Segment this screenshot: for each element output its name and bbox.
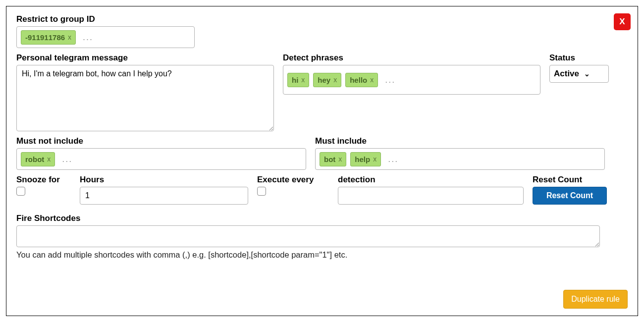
shortcodes-label: Fire Shortcodes [16, 214, 628, 223]
must-not-label: Must not include [16, 136, 306, 146]
tag-remove-icon[interactable]: x [373, 155, 376, 163]
detection-label: detection [338, 175, 524, 185]
must-include-input[interactable]: bot x help x ... [315, 148, 605, 170]
tag-remove-icon[interactable]: x [333, 76, 337, 84]
message-label: Personal telegram message [16, 53, 274, 63]
tag-remove-icon[interactable]: x [68, 33, 71, 41]
duplicate-rule-button[interactable]: Duplicate rule [563, 290, 628, 309]
detect-label: Detect phrases [283, 53, 540, 63]
must-include-tag[interactable]: help x [350, 152, 381, 166]
must-not-tag[interactable]: robot x [21, 152, 55, 166]
tag-remove-icon[interactable]: x [301, 76, 305, 84]
tag-text: robot [25, 155, 44, 163]
tag-text: hello [350, 76, 367, 84]
must-include-tag[interactable]: bot x [320, 152, 346, 166]
tag-input-placeholder: ... [80, 32, 93, 43]
must-not-input[interactable]: robot x ... [16, 148, 306, 170]
hours-input[interactable] [80, 187, 248, 205]
close-icon: X [619, 17, 625, 27]
reset-count-label: Reset Count [533, 175, 607, 185]
detection-input[interactable] [338, 187, 524, 205]
status-select[interactable]: Active ⌄ [549, 65, 609, 83]
shortcodes-textarea[interactable] [16, 225, 600, 247]
message-textarea[interactable] [16, 65, 274, 131]
rule-panel: X Restrict to group ID -911911786 x ... … [6, 6, 638, 316]
snooze-label: Snooze for [16, 175, 71, 185]
snooze-checkbox[interactable] [16, 187, 25, 196]
detect-tag[interactable]: hey x [313, 73, 341, 87]
tag-input-placeholder: ... [382, 75, 395, 85]
tag-remove-icon[interactable]: x [338, 155, 342, 163]
tag-input-placeholder: ... [59, 154, 72, 164]
reset-count-button[interactable]: Reset Count [533, 187, 607, 205]
chevron-down-icon: ⌄ [584, 70, 590, 78]
status-label: Status [549, 53, 609, 63]
tag-input-placeholder: ... [385, 154, 398, 164]
tag-text: hey [318, 76, 330, 84]
tag-text: bot [324, 155, 335, 163]
group-id-label: Restrict to group ID [16, 14, 195, 24]
tag-remove-icon[interactable]: x [370, 76, 374, 84]
group-id-input[interactable]: -911911786 x ... [16, 26, 195, 48]
detect-tag[interactable]: hi x [287, 73, 309, 87]
close-button[interactable]: X [614, 13, 631, 30]
detect-tag[interactable]: hello x [345, 73, 378, 87]
tag-text: -911911786 [25, 33, 65, 42]
group-id-tag[interactable]: -911911786 x [21, 30, 76, 45]
tag-remove-icon[interactable]: x [47, 155, 51, 163]
execute-every-label: Execute every [257, 175, 329, 185]
execute-every-checkbox[interactable] [257, 187, 266, 196]
hours-label: Hours [80, 175, 248, 185]
tag-text: hi [292, 76, 298, 84]
shortcodes-helper: You can add multiple shortcodes with com… [16, 250, 628, 260]
must-include-label: Must include [315, 136, 605, 146]
tag-text: help [355, 155, 370, 163]
detect-input[interactable]: hi x hey x hello x ... [283, 65, 540, 95]
status-value: Active [554, 69, 579, 79]
